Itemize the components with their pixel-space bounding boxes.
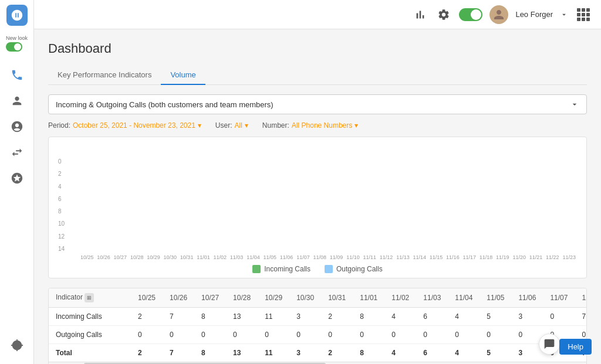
x-label: 11/06 [279,254,294,260]
data-table: Indicator ⊞10/2510/2610/2710/2810/2910/3… [49,288,587,362]
period-label: Period: [48,121,70,130]
table-body: Incoming Calls278131132846453077190Outgo… [49,308,587,362]
sidebar-item-agents[interactable] [5,115,29,138]
user-value[interactable]: All [235,121,242,130]
bars-inner [69,158,577,252]
date-header: 11/03 [416,288,448,308]
number-triangle[interactable]: ▾ [354,121,358,130]
date-header: 10/26 [163,288,194,308]
cell-value: 0 [321,326,353,344]
cell-value: 4 [448,308,480,326]
cell-value: 4 [384,344,416,362]
cell-value: 8 [194,308,226,326]
cell-value: 11 [258,308,289,326]
date-header: 11/05 [480,288,511,308]
cell-value: 3 [511,344,543,362]
grid-icon[interactable] [575,6,592,23]
dropdown-value: Incoming & Outgoing Calls (both customer… [56,100,274,109]
x-label: 11/21 [528,254,543,260]
cell-value: 4 [448,344,480,362]
chart-container: 14 12 10 8 6 4 2 0 10/2510/2610/2710/281… [48,137,587,278]
new-look-label: New look [6,35,28,41]
x-label: 11/16 [445,254,460,260]
cell-value: 8 [194,344,226,362]
incoming-label: Incoming Calls [264,265,310,273]
cell-value: 6 [416,308,448,326]
date-header: 11/02 [384,288,416,308]
gear-icon[interactable] [435,6,452,23]
cell-value: 2 [321,344,353,362]
tab-kpi[interactable]: Key Performance Indicators [48,66,161,85]
x-label: 10/27 [113,254,128,260]
topnav-toggle[interactable] [459,8,482,21]
sidebar-item-contacts[interactable] [5,89,29,113]
scrollbar-row[interactable] [49,362,586,364]
chart-area: 14 12 10 8 6 4 2 0 [58,147,577,252]
cell-value: 5 [480,308,511,326]
new-look-toggle[interactable] [6,42,22,52]
date-header: 10/27 [194,288,226,308]
indicator-header: Indicator ⊞ [49,288,131,308]
sidebar-item-calls[interactable] [5,63,29,87]
cell-value: 7 [163,344,194,362]
chat-button[interactable] [539,334,560,355]
app-logo[interactable] [6,5,28,26]
cell-value: 2 [321,308,353,326]
cell-value: 4 [384,308,416,326]
cell-value: 0 [416,326,448,344]
chart-icon[interactable] [412,6,428,23]
x-label: 11/22 [545,254,560,260]
x-label: 11/08 [312,254,327,260]
x-label: 11/17 [462,254,477,260]
outgoing-legend: Outgoing Calls [325,265,383,273]
cell-value: 0 [131,326,163,344]
x-label: 10/31 [179,254,194,260]
page-title: Dashboard [48,41,587,56]
cell-value: 8 [353,308,384,326]
period-triangle[interactable]: ▾ [198,121,201,130]
incoming-dot [252,265,261,273]
tab-volume[interactable]: Volume [161,66,205,85]
cell-value: 2 [131,344,163,362]
table-row: Outgoing Calls0000000000000000046 [49,326,587,344]
sidebar: New look [0,0,34,364]
row-label: Outgoing Calls [49,326,131,344]
sidebar-item-tags[interactable] [5,166,29,190]
x-label: 11/15 [428,254,444,260]
user-label: User: [215,121,232,130]
chevron-down-icon [560,11,568,19]
date-header: 10/31 [321,288,353,308]
x-labels: 10/2510/2610/2710/2810/2910/3010/3111/01… [58,254,577,260]
dropdown-chevron-icon [570,100,579,109]
cell-value: 2 [131,308,163,326]
content: Dashboard Key Performance Indicators Vol… [34,29,601,364]
number-value[interactable]: All Phone Numbers [292,121,352,130]
outgoing-dot [325,265,333,273]
row-label: Incoming Calls [49,308,131,326]
help-button[interactable]: Help [559,339,592,355]
x-label: 11/20 [512,254,527,260]
x-label: 11/14 [412,254,427,260]
cell-value: 0 [353,326,384,344]
user-triangle[interactable]: ▾ [245,121,248,130]
table-row: Incoming Calls278131132846453077190 [49,308,587,326]
cell-value: 0 [543,308,575,326]
cell-value: 11 [258,344,289,362]
cell-value: 13 [226,308,258,326]
outgoing-label: Outgoing Calls [336,265,383,273]
sidebar-item-settings[interactable] [5,334,29,357]
x-label: 11/18 [478,254,494,260]
cell-value: 6 [416,344,448,362]
cell-value: 5 [480,344,511,362]
date-header: 11/08 [575,288,587,308]
x-label: 10/25 [79,254,94,260]
period-value[interactable]: October 25, 2021 - November 23, 2021 [73,121,195,130]
call-type-dropdown[interactable]: Incoming & Outgoing Calls (both customer… [48,94,587,114]
cell-value: 7 [163,308,194,326]
number-label: Number: [262,121,289,130]
x-label: 10/29 [146,254,161,260]
date-header: 11/04 [448,288,480,308]
x-label: 11/19 [495,254,510,260]
date-header: 10/30 [289,288,321,308]
sidebar-item-transfer[interactable] [5,141,29,164]
